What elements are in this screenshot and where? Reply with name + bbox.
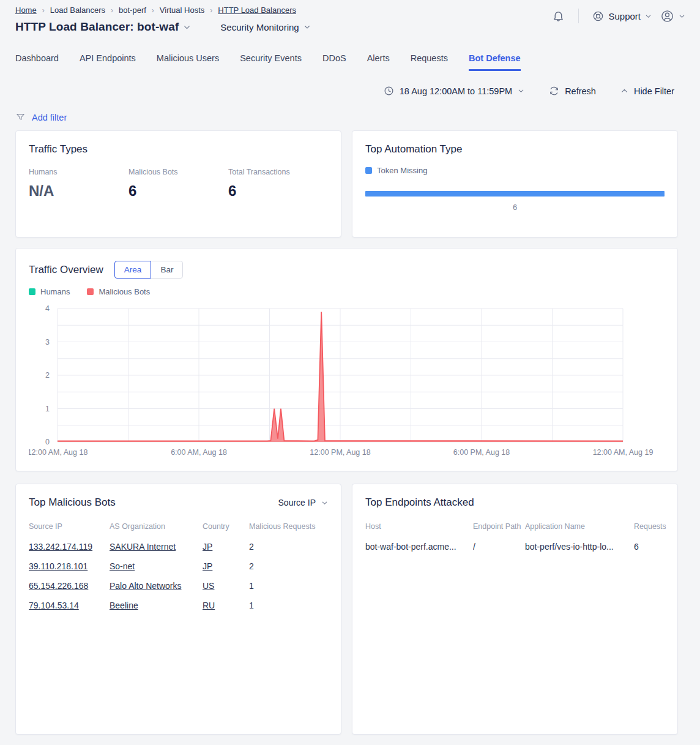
table-cell-link[interactable]: Palo Alto Networks <box>110 576 203 596</box>
table-cell: 1 <box>249 596 329 615</box>
stat-label: Humans <box>29 168 128 176</box>
breadcrumb-item: Load Balancers <box>50 6 105 15</box>
tab-bar: DashboardAPI EndpointsMalicious UsersSec… <box>0 48 700 71</box>
chevron-down-icon <box>303 23 311 31</box>
y-axis-tick-label: 4 <box>45 304 50 313</box>
tab-security-events[interactable]: Security Events <box>240 48 302 71</box>
funnel-icon <box>15 112 26 122</box>
tab-api-endpoints[interactable]: API Endpoints <box>80 48 136 71</box>
x-axis-tick-label: 12:00 AM, Aug 19 <box>593 448 653 457</box>
legend-swatch <box>29 288 35 295</box>
tab-ddos[interactable]: DDoS <box>322 48 346 71</box>
table-cell-link[interactable]: 39.110.218.101 <box>29 556 110 576</box>
breadcrumb-item: Virtual Hosts <box>160 6 204 15</box>
tab-dashboard[interactable]: Dashboard <box>15 48 59 71</box>
breadcrumb-item[interactable]: Home <box>15 6 37 15</box>
tab-malicious-users[interactable]: Malicious Users <box>157 48 219 71</box>
traffic-overview-card: Traffic Overview Area Bar HumansMaliciou… <box>15 248 678 471</box>
add-filter-button[interactable]: Add filter <box>32 113 67 122</box>
card-title: Top Automation Type <box>365 143 665 155</box>
traffic-type-stats: Humans N/A Malicious Bots 6 Total Transa… <box>29 168 328 200</box>
tab-bot-defense[interactable]: Bot Defense <box>469 48 521 71</box>
table-cell-link[interactable]: RU <box>203 596 249 615</box>
legend-swatch <box>365 167 372 174</box>
refresh-icon <box>549 86 559 96</box>
table-cell: 2 <box>249 556 329 576</box>
chevron-down-icon <box>679 13 685 20</box>
table-cell-link[interactable]: SAKURA Internet <box>110 537 203 556</box>
traffic-overview-legend: HumansMalicious Bots <box>29 287 665 296</box>
table-cell-link[interactable]: JP <box>203 556 249 576</box>
page-title: HTTP Load Balancer: bot-waf <box>15 20 179 34</box>
legend-item-token-missing: Token Missing <box>365 166 427 175</box>
endpoints-attacked-table: HostEndpoint PathApplication NameRequest… <box>365 519 666 556</box>
title-chevron-down-icon[interactable] <box>183 23 191 31</box>
table-cell-link[interactable]: 133.242.174.119 <box>29 537 110 556</box>
account-menu[interactable] <box>660 9 685 23</box>
support-menu[interactable]: Support <box>592 10 652 22</box>
toggle-area-button[interactable]: Area <box>114 261 152 279</box>
table-cell-link[interactable]: US <box>203 576 249 596</box>
table-row: 133.242.174.119SAKURA InternetJP2 <box>29 537 329 556</box>
breadcrumb-separator: › <box>111 6 113 15</box>
group-by-select[interactable]: Source IP <box>278 498 328 507</box>
legend-label: Malicious Bots <box>99 287 150 296</box>
stat-value: 6 <box>228 182 328 200</box>
malicious-bots-table: Source IPAS OrganizationCountryMalicious… <box>29 519 329 615</box>
table-row: 39.110.218.101So-netJP2 <box>29 556 329 576</box>
page: Home›Load Balancers›bot-perf›Virtual Hos… <box>0 0 700 745</box>
toggle-bar-button[interactable]: Bar <box>151 261 183 279</box>
traffic-overview-chart-wrap: 0123412:00 AM, Aug 186:00 AM, Aug 1812:0… <box>29 301 665 461</box>
table-cell: 1 <box>249 576 329 596</box>
table-row: bot-waf-bot-perf.acme.../bot-perf/ves-io… <box>365 537 666 556</box>
table-cell: 6 <box>634 537 666 556</box>
y-axis-tick-label: 0 <box>45 438 50 446</box>
table-cell-link[interactable]: Beeline <box>110 596 203 615</box>
refresh-button[interactable]: Refresh <box>549 86 596 96</box>
app-header: Home›Load Balancers›bot-perf›Virtual Hos… <box>0 0 700 34</box>
x-axis-tick-label: 6:00 PM, Aug 18 <box>453 448 510 457</box>
breadcrumb-separator: › <box>210 6 212 15</box>
table-header-cell: Source IP <box>29 519 110 537</box>
table-header-row: Source IPAS OrganizationCountryMalicious… <box>29 519 329 537</box>
top-endpoints-attacked-card: Top Endpoints Attacked HostEndpoint Path… <box>352 484 678 735</box>
monitoring-context-select[interactable]: Security Monitoring <box>220 22 310 32</box>
add-filter-row: Add filter <box>0 112 700 122</box>
table-cell-link[interactable]: 65.154.226.168 <box>29 576 110 596</box>
x-axis-tick-label: 6:00 AM, Aug 18 <box>171 448 227 457</box>
chart-type-toggle: Area Bar <box>114 261 184 279</box>
legend-item-humans[interactable]: Humans <box>29 287 70 296</box>
x-axis-tick-label: 12:00 PM, Aug 18 <box>310 448 370 457</box>
table-cell-link[interactable]: JP <box>203 537 249 556</box>
filter-bar: 18 Aug 12:00AM to 11:59PM Refresh Hide F… <box>0 86 700 96</box>
automation-bar-value: 6 <box>365 203 665 212</box>
stats-row: Traffic Types Humans N/A Malicious Bots … <box>0 130 700 238</box>
date-range-label: 18 Aug 12:00AM to 11:59PM <box>400 86 512 96</box>
legend-item-malicious-bots[interactable]: Malicious Bots <box>87 287 150 296</box>
table-row: 65.154.226.168Palo Alto NetworksUS1 <box>29 576 329 596</box>
notification-bell-icon[interactable] <box>552 10 565 23</box>
stat-label: Total Transactions <box>228 168 328 176</box>
card-title: Top Endpoints Attacked <box>365 496 474 509</box>
legend-label: Humans <box>40 287 70 296</box>
table-cell-link[interactable]: 79.104.53.14 <box>29 596 110 615</box>
support-label: Support <box>608 11 641 21</box>
tab-requests[interactable]: Requests <box>411 48 448 71</box>
chevron-down-icon <box>518 88 524 94</box>
table-cell: bot-waf-bot-perf.acme... <box>365 537 473 556</box>
breadcrumb-separator: › <box>152 6 154 15</box>
refresh-label: Refresh <box>565 86 596 96</box>
hide-filter-button[interactable]: Hide Filter <box>620 86 674 96</box>
table-header-cell: Host <box>365 519 473 537</box>
tab-alerts[interactable]: Alerts <box>367 48 390 71</box>
table-cell-link[interactable]: So-net <box>110 556 203 576</box>
chevron-down-icon <box>321 500 328 506</box>
traffic-types-card: Traffic Types Humans N/A Malicious Bots … <box>15 130 341 238</box>
date-range-picker[interactable]: 18 Aug 12:00AM to 11:59PM <box>384 86 524 96</box>
breadcrumb-item[interactable]: HTTP Load Balancers <box>218 6 296 15</box>
table-row: 79.104.53.14BeelineRU1 <box>29 596 329 615</box>
header-divider <box>578 9 579 23</box>
group-by-label: Source IP <box>278 498 316 507</box>
table-header-row: Top Malicious Bots Source IP <box>29 496 328 509</box>
automation-bar[interactable] <box>365 191 665 197</box>
